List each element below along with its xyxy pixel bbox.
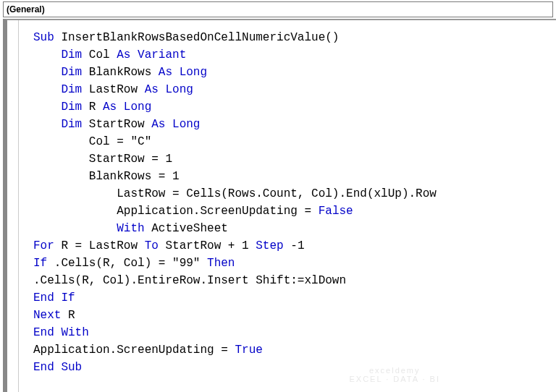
text-token: -1 — [290, 239, 304, 252]
text-token: StartRow — [89, 118, 151, 131]
text-token: ActiveSheet — [151, 222, 228, 235]
text-token: R = LastRow — [61, 239, 144, 252]
keyword-token: If — [33, 257, 54, 270]
text-token: LastRow — [89, 83, 145, 96]
code-line: Dim Col As Variant — [33, 46, 556, 64]
code-line: With ActiveSheet — [33, 220, 556, 237]
keyword-token: Sub — [33, 31, 61, 44]
code-line: End Sub — [33, 359, 556, 376]
keyword-token: False — [319, 205, 353, 218]
text-token: Col = "C" — [89, 135, 151, 148]
keyword-token: End With — [33, 326, 89, 339]
keyword-token: Dim — [61, 48, 88, 61]
code-line: Dim BlankRows As Long — [33, 64, 556, 81]
code-pane: Sub InsertBlankRowsBasedOnCellNumericVal… — [3, 19, 556, 392]
object-dropdown-label: (General) — [4, 4, 48, 14]
keyword-token: For — [33, 239, 61, 252]
code-area[interactable]: Sub InsertBlankRowsBasedOnCellNumericVal… — [7, 20, 556, 376]
code-line: Application.ScreenUpdating = True — [33, 341, 556, 359]
object-dropdown[interactable]: (General) — [3, 1, 553, 17]
keyword-token: As Long — [103, 101, 151, 114]
code-line: For R = LastRow To StartRow + 1 Step -1 — [33, 237, 556, 255]
text-token: Application.ScreenUpdating = — [117, 205, 318, 218]
code-line: Next R — [33, 307, 556, 324]
keyword-token: End Sub — [33, 361, 82, 374]
code-line: Sub InsertBlankRowsBasedOnCellNumericVal… — [33, 29, 556, 46]
code-line: End If — [33, 289, 556, 307]
text-token: LastRow = Cells(Rows.Count, Col).End(xlU… — [117, 187, 437, 200]
code-line: If .Cells(R, Col) = "99" Then — [33, 255, 556, 272]
code-line: Dim StartRow As Long — [33, 116, 556, 133]
text-token: BlankRows = 1 — [89, 170, 180, 183]
text-token: R — [68, 309, 75, 322]
code-line: Application.ScreenUpdating = False — [33, 203, 556, 220]
text-token: InsertBlankRowsBasedOnCellNumericValue() — [61, 31, 339, 44]
keyword-token: As Long — [145, 83, 193, 96]
keyword-token: As Long — [159, 66, 207, 79]
keyword-token: Next — [33, 309, 68, 322]
keyword-token: Dim — [61, 66, 88, 79]
keyword-token: With — [117, 222, 151, 235]
keyword-token: Dim — [61, 83, 88, 96]
text-token: Col — [89, 48, 117, 61]
keyword-token: End If — [33, 291, 75, 304]
keyword-token: True — [235, 344, 262, 357]
keyword-token: Dim — [61, 118, 88, 131]
text-token: StartRow + 1 — [165, 239, 256, 252]
keyword-token: Dim — [61, 101, 88, 114]
code-line: Dim R As Long — [33, 98, 556, 116]
text-token: Application.ScreenUpdating = — [33, 344, 235, 357]
code-line: End With — [33, 324, 556, 341]
code-line: .Cells(R, Col).EntireRow.Insert Shift:=x… — [33, 272, 556, 289]
keyword-token: As Variant — [117, 48, 186, 61]
code-line: Dim LastRow As Long — [33, 81, 556, 98]
code-line: StartRow = 1 — [33, 150, 556, 168]
code-line: BlankRows = 1 — [33, 168, 556, 185]
code-line: Col = "C" — [33, 133, 556, 150]
keyword-token: Then — [207, 257, 235, 270]
margin-ruler — [14, 20, 19, 392]
keyword-token: To — [145, 239, 166, 252]
code-line: LastRow = Cells(Rows.Count, Col).End(xlU… — [33, 185, 556, 203]
text-token: R — [89, 101, 103, 114]
keyword-token: As Long — [151, 118, 200, 131]
text-token: StartRow = 1 — [89, 153, 172, 166]
text-token: .Cells(R, Col).EntireRow.Insert Shift:=x… — [33, 274, 346, 287]
text-token: BlankRows — [89, 66, 159, 79]
keyword-token: Step — [256, 239, 290, 252]
text-token: .Cells(R, Col) = "99" — [54, 257, 207, 270]
